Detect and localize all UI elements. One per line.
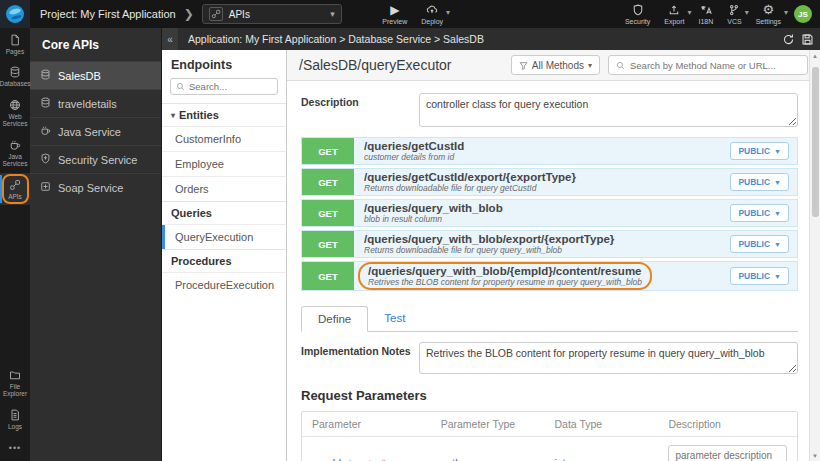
service-item[interactable]: Soap Service (30, 173, 161, 201)
implementation-notes-input[interactable]: Retrives the BLOB content for property r… (419, 342, 798, 374)
branch-icon (728, 3, 740, 16)
endpoint-path: /queries/query_with_blob/{empId}/content… (368, 265, 642, 277)
access-dropdown[interactable]: PUBLIC ▼ (730, 173, 789, 191)
refresh-button[interactable] (782, 33, 795, 46)
endpoint-path: /queries/query_with_blob/export/{exportT… (364, 233, 720, 245)
chevron-down-icon: ▼ (774, 210, 781, 217)
security-button[interactable]: Security (618, 0, 657, 28)
endpoint-tree-item[interactable]: Orders (162, 176, 286, 201)
deploy-button[interactable]: Deploy (414, 0, 450, 28)
method-badge: GET (302, 169, 354, 195)
export-icon (668, 3, 680, 16)
scrollbar-thumb[interactable] (812, 67, 819, 217)
endpoint-row[interactable]: GET /queries/query_with_blob blob in res… (301, 199, 798, 227)
service-header: /SalesDB/queryExecutor All Methods ▾ (287, 50, 820, 81)
project-label: Project: My First Application (40, 8, 176, 20)
service-item[interactable]: Security Service (30, 145, 161, 173)
sidebar-item-java-services[interactable]: Java Services (0, 133, 30, 173)
endpoint-row[interactable]: GET /queries/query_with_blob/{empId}/con… (301, 261, 798, 291)
tab-define[interactable]: Define (301, 306, 368, 332)
wavemaker-logo-icon (6, 5, 24, 23)
chevron-down-icon: ▼ (774, 273, 781, 280)
top-bar: Project: My First Application ❯ APIs ▾ ▶… (0, 0, 820, 28)
sidebar-item-file-explorer[interactable]: File Explorer (0, 363, 30, 403)
endpoint-group-header[interactable]: ▾ Entities (162, 103, 286, 126)
endpoint-summary: Returns downloadable file for query getC… (364, 183, 720, 193)
method-badge: GET (302, 262, 354, 290)
gear-icon: ⚙ (763, 3, 775, 16)
chevron-down-icon: ▼ (774, 148, 781, 155)
settings-button[interactable]: ⚙ Settings (749, 0, 788, 28)
endpoints-search-input[interactable] (189, 81, 272, 92)
i18n-button[interactable]: I18N (691, 0, 720, 28)
endpoint-group-header[interactable]: Queries (162, 201, 286, 224)
request-parameters-title: Request Parameters (301, 388, 798, 403)
workspace-selector[interactable]: APIs ▾ (202, 4, 342, 24)
access-dropdown[interactable]: PUBLIC ▼ (730, 235, 789, 253)
folder-icon (9, 369, 21, 381)
service-title: /SalesDB/queryExecutor (299, 57, 503, 73)
method-badge: GET (302, 231, 354, 257)
service-item[interactable]: SalesDB (30, 61, 161, 89)
app-logo[interactable] (0, 0, 30, 28)
access-dropdown[interactable]: PUBLIC ▼ (730, 204, 789, 222)
param-description-cell (658, 437, 797, 461)
service-item[interactable]: Java Service (30, 117, 161, 145)
method-search-input[interactable] (630, 60, 800, 71)
param-description-input[interactable] (668, 445, 787, 461)
vertical-scrollbar[interactable]: ▲ ▼ (809, 50, 820, 461)
shield-icon (632, 3, 644, 16)
database-icon (9, 66, 21, 78)
access-dropdown[interactable]: PUBLIC ▼ (730, 142, 789, 160)
search-icon (616, 61, 625, 70)
scroll-down-icon[interactable]: ▼ (810, 450, 820, 461)
soap-icon (40, 181, 51, 194)
data-type-cell: integer (545, 437, 659, 461)
workspace-selector-label: APIs (229, 9, 324, 20)
chevron-down-icon[interactable]: ▾ (784, 8, 788, 17)
endpoint-summary: customer details from id (364, 152, 720, 162)
chevron-down-icon: ▼ (774, 241, 781, 248)
sidebar-item-logs[interactable]: Logs (0, 403, 30, 435)
save-button[interactable] (801, 33, 814, 46)
endpoint-summary: blob in result column (364, 214, 720, 224)
endpoints-title: Endpoints (162, 50, 286, 78)
endpoint-path: /queries/getCustId (364, 140, 720, 152)
sidebar-item-pages[interactable]: Pages (0, 28, 30, 60)
endpoint-tree-item[interactable]: CustomerInfo (162, 126, 286, 151)
endpoint-row[interactable]: GET /queries/getCustId customer details … (301, 137, 798, 165)
endpoint-row[interactable]: GET /queries/query_with_blob/export/{exp… (301, 230, 798, 258)
param-type-cell: path (431, 437, 545, 461)
chevron-down-icon[interactable]: ▾ (446, 8, 450, 17)
methods-filter-dropdown[interactable]: All Methods ▾ (511, 55, 600, 75)
icon-rail: Pages Databases Web Services Java Servic… (0, 28, 30, 461)
access-dropdown[interactable]: PUBLIC ▼ (730, 267, 789, 285)
export-button[interactable]: Export (657, 0, 691, 28)
preview-button[interactable]: ▶ Preview (375, 0, 414, 28)
endpoints-search[interactable] (170, 78, 278, 95)
endpoint-tree-item[interactable]: ProcedureExecution (162, 272, 286, 297)
sidebar-item-databases[interactable]: Databases (0, 60, 30, 92)
service-item[interactable]: traveldetails (30, 89, 161, 117)
more-menu-button[interactable]: ••• (0, 435, 30, 461)
endpoint-tree-item[interactable]: QueryExecution (162, 224, 286, 249)
endpoint-row[interactable]: GET /queries/getCustId/export/{exportTyp… (301, 168, 798, 196)
caret-down-icon: ▾ (171, 111, 175, 120)
param-table-header: ParameterParameter TypeData TypeDescript… (302, 412, 797, 436)
description-input[interactable]: controller class for query execution (419, 93, 798, 127)
endpoint-path: /queries/query_with_blob (364, 202, 720, 214)
sidebar-item-web-services[interactable]: Web Services (0, 93, 30, 133)
sidebar-item-apis[interactable]: APIs (0, 173, 30, 205)
endpoint-text: /queries/getCustId/export/{exportType} R… (354, 169, 730, 195)
collapse-panel-button[interactable]: « (162, 28, 178, 50)
breadcrumb-bar: « Application: My First Application > Da… (162, 28, 820, 50)
user-avatar[interactable]: JS (794, 5, 812, 23)
tab-test[interactable]: Test (368, 306, 421, 332)
endpoint-tree-item[interactable]: Employee (162, 151, 286, 176)
column-header: Data Type (545, 412, 659, 436)
endpoint-group-header[interactable]: Procedures (162, 249, 286, 272)
endpoint-text: /queries/query_with_blob/{empId}/content… (358, 262, 652, 290)
scroll-up-icon[interactable]: ▲ (810, 50, 820, 61)
search-icon (176, 82, 185, 91)
method-search[interactable] (608, 55, 808, 75)
